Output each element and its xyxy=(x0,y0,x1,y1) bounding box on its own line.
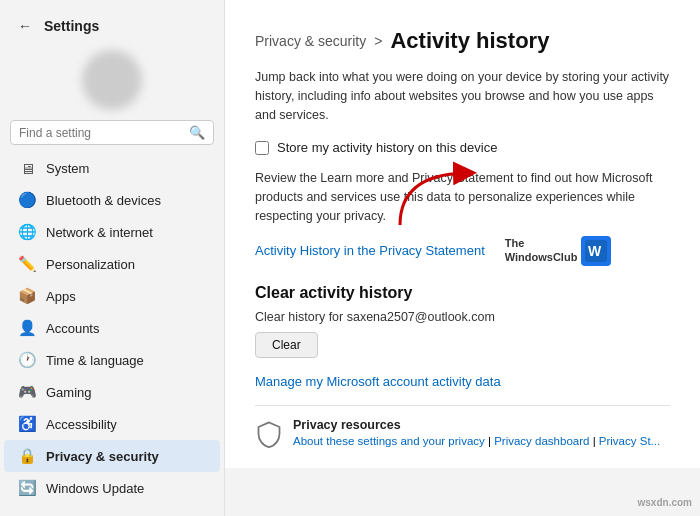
search-box: 🔍 xyxy=(10,120,214,145)
sidebar-item-accounts[interactable]: 👤 Accounts xyxy=(4,312,220,344)
page-description: Jump back into what you were doing on yo… xyxy=(255,68,670,124)
sidebar-item-apps[interactable]: 📦 Apps xyxy=(4,280,220,312)
nav-label-network: Network & internet xyxy=(46,225,153,240)
store-history-checkbox[interactable] xyxy=(255,141,269,155)
clear-section: Clear activity history Clear history for… xyxy=(255,284,670,358)
nav-icon-system: 🖥 xyxy=(18,160,36,177)
search-input[interactable] xyxy=(19,126,189,140)
privacy-statement-short-link[interactable]: Privacy St... xyxy=(599,435,660,447)
clear-button[interactable]: Clear xyxy=(255,332,318,358)
sidebar-title: Settings xyxy=(44,18,99,34)
nav-label-bluetooth: Bluetooth & devices xyxy=(46,193,161,208)
sidebar-item-windows-update[interactable]: 🔄 Windows Update xyxy=(4,472,220,504)
logo-text: TheWindowsClub xyxy=(505,237,578,263)
store-history-label[interactable]: Store my activity history on this device xyxy=(277,140,497,155)
nav-label-system: System xyxy=(46,161,89,176)
nav-label-privacy: Privacy & security xyxy=(46,449,159,464)
sidebar-item-time[interactable]: 🕐 Time & language xyxy=(4,344,220,376)
privacy-resources-title: Privacy resources xyxy=(293,418,660,432)
clear-section-title: Clear activity history xyxy=(255,284,670,302)
privacy-resources-links: About these settings and your privacy | … xyxy=(293,435,660,447)
nav-list: 🖥 System🔵 Bluetooth & devices🌐 Network &… xyxy=(0,153,224,504)
nav-label-accessibility: Accessibility xyxy=(46,417,117,432)
nav-icon-apps: 📦 xyxy=(18,287,36,305)
sidebar-item-gaming[interactable]: 🎮 Gaming xyxy=(4,376,220,408)
nav-icon-time: 🕐 xyxy=(18,351,36,369)
breadcrumb-parent: Privacy & security xyxy=(255,33,366,49)
nav-icon-windows-update: 🔄 xyxy=(18,479,36,497)
nav-icon-personalization: ✏️ xyxy=(18,255,36,273)
watermark: wsxdn.com xyxy=(638,497,692,508)
nav-label-gaming: Gaming xyxy=(46,385,92,400)
nav-label-time: Time & language xyxy=(46,353,144,368)
nav-icon-privacy: 🔒 xyxy=(18,447,36,465)
privacy-about-link[interactable]: About these settings and your privacy xyxy=(293,435,485,447)
nav-icon-bluetooth: 🔵 xyxy=(18,191,36,209)
divider xyxy=(255,405,670,406)
privacy-dashboard-link[interactable]: Privacy dashboard xyxy=(494,435,589,447)
sidebar-item-personalization[interactable]: ✏️ Personalization xyxy=(4,248,220,280)
sidebar-item-system[interactable]: 🖥 System xyxy=(4,153,220,184)
sidebar-item-network[interactable]: 🌐 Network & internet xyxy=(4,216,220,248)
privacy-statement-row: Activity History in the Privacy Statemen… xyxy=(255,236,670,266)
logo-area: TheWindowsClub W xyxy=(505,236,612,266)
privacy-shield-icon xyxy=(255,420,283,448)
nav-icon-network: 🌐 xyxy=(18,223,36,241)
manage-account-link[interactable]: Manage my Microsoft account activity dat… xyxy=(255,374,670,389)
nav-label-personalization: Personalization xyxy=(46,257,135,272)
nav-icon-accounts: 👤 xyxy=(18,319,36,337)
nav-label-accounts: Accounts xyxy=(46,321,99,336)
search-icon: 🔍 xyxy=(189,125,205,140)
sidebar: ← Settings 🔍 🖥 System🔵 Bluetooth & devic… xyxy=(0,0,225,516)
clear-for-text: Clear history for saxena2507@outlook.com xyxy=(255,310,670,324)
privacy-resources-content: Privacy resources About these settings a… xyxy=(293,418,660,447)
nav-icon-accessibility: ♿ xyxy=(18,415,36,433)
breadcrumb-separator: > xyxy=(374,33,382,49)
back-button[interactable]: ← xyxy=(14,16,36,36)
privacy-resources: Privacy resources About these settings a… xyxy=(255,418,670,448)
logo-icon: W xyxy=(581,236,611,266)
store-history-row: Store my activity history on this device xyxy=(255,140,670,155)
svg-text:W: W xyxy=(588,243,602,259)
privacy-statement-link[interactable]: Activity History in the Privacy Statemen… xyxy=(255,243,485,258)
sidebar-header: ← Settings xyxy=(0,8,224,46)
sidebar-item-accessibility[interactable]: ♿ Accessibility xyxy=(4,408,220,440)
nav-icon-gaming: 🎮 xyxy=(18,383,36,401)
avatar xyxy=(82,50,142,110)
review-text: Review the Learn more and Privacy Statem… xyxy=(255,169,670,225)
main-wrapper: Privacy & security > Activity history Ju… xyxy=(225,0,700,516)
nav-label-windows-update: Windows Update xyxy=(46,481,144,496)
breadcrumb-current: Activity history xyxy=(390,28,549,54)
sidebar-item-bluetooth[interactable]: 🔵 Bluetooth & devices xyxy=(4,184,220,216)
breadcrumb: Privacy & security > Activity history xyxy=(255,28,670,54)
main-content: Privacy & security > Activity history Ju… xyxy=(225,0,700,468)
nav-label-apps: Apps xyxy=(46,289,76,304)
sidebar-item-privacy[interactable]: 🔒 Privacy & security xyxy=(4,440,220,472)
